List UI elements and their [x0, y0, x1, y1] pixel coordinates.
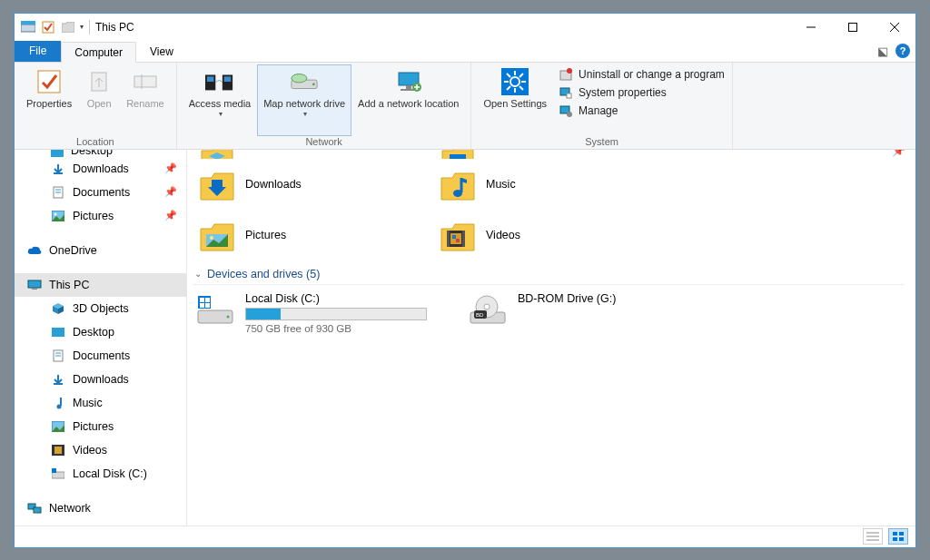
- properties-qat-icon[interactable]: [40, 19, 56, 35]
- folder-item[interactable]: [437, 150, 678, 159]
- computer-tab[interactable]: Computer: [61, 42, 136, 63]
- properties-button[interactable]: Properties: [20, 64, 78, 136]
- objects3d-icon: [51, 301, 65, 316]
- rename-button: Rename: [120, 64, 171, 136]
- nav-item-videos[interactable]: Videos: [15, 438, 186, 462]
- svg-point-37: [567, 112, 572, 117]
- pin-icon: 📌: [164, 210, 177, 221]
- svg-rect-57: [52, 468, 56, 473]
- ribbon-group-location-label: Location: [20, 136, 171, 149]
- local-disk-icon: [196, 292, 234, 330]
- add-network-location-icon: [394, 67, 423, 96]
- ribbon-group-network-label: Network: [183, 136, 466, 149]
- new-folder-qat-icon[interactable]: [60, 19, 76, 35]
- drive-name: Local Disk (C:): [245, 292, 432, 305]
- desktop-icon: [51, 325, 65, 339]
- view-tab[interactable]: View: [136, 41, 187, 62]
- svg-point-74: [227, 315, 230, 318]
- svg-rect-72: [456, 239, 460, 242]
- close-button[interactable]: [874, 14, 915, 41]
- nav-item-documents[interactable]: Documents: [15, 344, 186, 368]
- svg-point-52: [57, 404, 62, 408]
- nav-item-music[interactable]: Music: [15, 391, 186, 415]
- minimize-button[interactable]: [790, 14, 832, 41]
- svg-rect-79: [205, 303, 210, 308]
- file-explorer-window: ▾ This PC File Computer View ⬕ ?: [14, 13, 916, 548]
- svg-rect-77: [205, 298, 210, 302]
- folder-item-downloads[interactable]: Downloads: [196, 159, 437, 210]
- ribbon: Properties Open Rename Location: [15, 63, 915, 150]
- chevron-down-icon: ⌄: [194, 269, 202, 279]
- music-large-icon: [439, 165, 477, 203]
- nav-item-local-disk[interactable]: Local Disk (C:): [15, 462, 186, 486]
- rename-icon: [131, 67, 160, 96]
- system-properties-button[interactable]: System properties: [557, 84, 727, 101]
- nav-item-documents-q[interactable]: Documents📌: [15, 181, 186, 204]
- maximize-button[interactable]: [832, 14, 874, 41]
- svg-rect-13: [207, 76, 214, 82]
- nav-item-desktop[interactable]: Desktop: [15, 320, 186, 344]
- manage-icon: [559, 103, 573, 118]
- devices-section-header[interactable]: ⌄ Devices and drives (5): [193, 260, 905, 285]
- add-network-location-button[interactable]: Add a network location: [351, 64, 465, 136]
- svg-rect-46: [32, 288, 37, 290]
- help-icon[interactable]: ?: [895, 44, 910, 58]
- file-tab[interactable]: File: [15, 41, 61, 62]
- drive-free-text: 750 GB free of 930 GB: [245, 323, 432, 334]
- drive-name: BD-ROM Drive (G:): [518, 292, 705, 305]
- nav-item-downloads-q[interactable]: Downloads📌: [15, 157, 186, 181]
- quick-access-toolbar: ▾: [20, 19, 84, 35]
- pictures-icon: [51, 419, 65, 434]
- music-icon: [51, 396, 65, 410]
- drive-item-local-disk[interactable]: Local Disk (C:) 750 GB free of 930 GB: [196, 292, 432, 334]
- window-title: This PC: [95, 21, 134, 34]
- folder-item-pictures[interactable]: Pictures: [196, 210, 437, 260]
- svg-rect-4: [849, 23, 857, 31]
- ribbon-group-system-label: System: [477, 136, 726, 149]
- folder-item[interactable]: [196, 150, 437, 159]
- svg-rect-47: [52, 328, 64, 337]
- settings-gear-icon: [500, 67, 529, 96]
- open-settings-button[interactable]: Open Settings: [477, 64, 553, 136]
- svg-point-17: [312, 83, 315, 85]
- content-area[interactable]: Downloads Music Pictures: [187, 150, 915, 526]
- open-icon: [84, 67, 114, 96]
- manage-button[interactable]: Manage: [557, 103, 727, 119]
- svg-rect-71: [452, 235, 456, 239]
- svg-point-66: [210, 236, 213, 240]
- videos-large-icon: [439, 216, 477, 254]
- svg-point-64: [453, 190, 462, 197]
- nav-item-desktop-cut[interactable]: Desktop 📌: [15, 150, 186, 157]
- details-view-button[interactable]: [863, 528, 883, 545]
- navigation-pane[interactable]: Desktop 📌 Downloads📌 Documents📌 Pictures…: [15, 150, 187, 526]
- drive-icon: [51, 467, 65, 481]
- svg-point-33: [567, 68, 572, 74]
- pictures-icon: [51, 209, 65, 223]
- svg-text:BD: BD: [476, 312, 484, 318]
- folder-item-videos[interactable]: Videos: [437, 210, 678, 260]
- nav-item-this-pc[interactable]: This PC: [15, 273, 186, 297]
- uninstall-program-button[interactable]: Uninstall or change a program: [557, 66, 727, 83]
- access-media-button[interactable]: Access media▾: [183, 64, 257, 136]
- svg-rect-38: [51, 150, 64, 157]
- minimize-ribbon-icon[interactable]: ⬕: [877, 44, 888, 58]
- svg-rect-45: [28, 280, 41, 288]
- pictures-large-icon: [198, 216, 236, 254]
- bdrom-icon: BD: [469, 292, 507, 330]
- nav-item-onedrive[interactable]: OneDrive: [15, 239, 186, 262]
- map-network-drive-button[interactable]: Map network drive▾: [257, 64, 351, 136]
- folder-item-music[interactable]: Music: [437, 159, 678, 210]
- drive-item-bdrom[interactable]: BD BD-ROM Drive (G:): [469, 292, 705, 334]
- onedrive-icon: [27, 243, 42, 258]
- open-button: Open: [78, 64, 120, 136]
- nav-item-downloads[interactable]: Downloads: [15, 368, 186, 391]
- qat-dropdown-icon[interactable]: ▾: [80, 23, 84, 31]
- this-pc-icon: [27, 278, 42, 292]
- nav-item-pictures-q[interactable]: Pictures📌: [15, 204, 186, 228]
- svg-rect-14: [224, 76, 232, 82]
- nav-item-3d-objects[interactable]: 3D Objects: [15, 297, 186, 320]
- nav-item-pictures[interactable]: Pictures: [15, 415, 186, 438]
- svg-rect-89: [899, 532, 904, 535]
- large-icons-view-button[interactable]: [888, 528, 908, 545]
- nav-item-network[interactable]: Network: [15, 496, 186, 520]
